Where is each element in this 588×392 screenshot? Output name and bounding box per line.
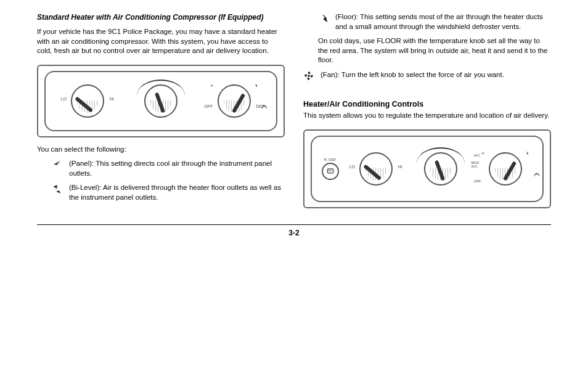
mode-knob[interactable]: OFF DEF [206, 84, 262, 118]
fan-icon [303, 70, 317, 84]
panel-vent-icon [52, 159, 64, 178]
bi-level-item: (Bi-Level): Air is delivered through the… [69, 183, 285, 202]
temp-knob-2[interactable] [413, 152, 468, 186]
fan-knob[interactable]: LO HI [60, 84, 115, 118]
lo-label: LO [61, 97, 67, 101]
heater-panel-2: R. DEF LO HI [303, 129, 551, 208]
bi-level-icon [52, 183, 64, 202]
floor-vent-icon [318, 12, 330, 31]
off-label: OFF [204, 104, 213, 108]
floor-vent-icon [253, 82, 259, 89]
mode-knob-2[interactable]: A/C MAX A/C OFF [478, 152, 533, 186]
heater-panel-1: LO HI OFF DEF [37, 65, 285, 137]
defrost-icon [261, 103, 268, 112]
svg-point-1 [308, 75, 310, 77]
select-following: You can select the following: [37, 145, 285, 155]
heater-ac-intro: This system allows you to regulate the t… [303, 111, 551, 121]
panel-vent-icon [209, 82, 216, 89]
fan-heading: (Fan): Turn the left knob to select the … [321, 70, 504, 80]
defrost-icon [533, 171, 541, 179]
standard-heater-heading: Standard Heater with Air Conditioning Co… [37, 12, 285, 22]
panel-item: (Panel): This setting directs cool air t… [69, 159, 285, 178]
off-label-2: OFF [474, 179, 481, 183]
footer-rule [37, 224, 551, 225]
heater-ac-heading: Heater/Air Conditioning Controls [303, 100, 551, 108]
max-ac-label: MAX A/C [472, 161, 480, 168]
rdef-label: R. DEF [324, 158, 337, 161]
ac-label: A/C [474, 153, 480, 157]
temp-knob[interactable] [133, 84, 189, 118]
rear-defrost-icon [322, 163, 339, 180]
page-number: 3-2 [0, 229, 588, 237]
standard-heater-intro: If your vehicle has the 9C1 Police Packa… [37, 27, 285, 56]
hi-label: HI [110, 97, 114, 101]
ac-note: On cold days, use FLOOR with the tempera… [303, 36, 551, 65]
fan-knob-2[interactable]: LO HI [348, 152, 404, 186]
floor-vent-icon [524, 150, 531, 157]
lo-label-2: LO [349, 165, 355, 169]
hi-label-2: HI [398, 165, 402, 169]
panel-vent-icon [480, 150, 487, 157]
rear-defrost-button[interactable]: R. DEF [322, 158, 339, 180]
floor-item: (Floor): This setting sends most of the … [335, 12, 551, 31]
